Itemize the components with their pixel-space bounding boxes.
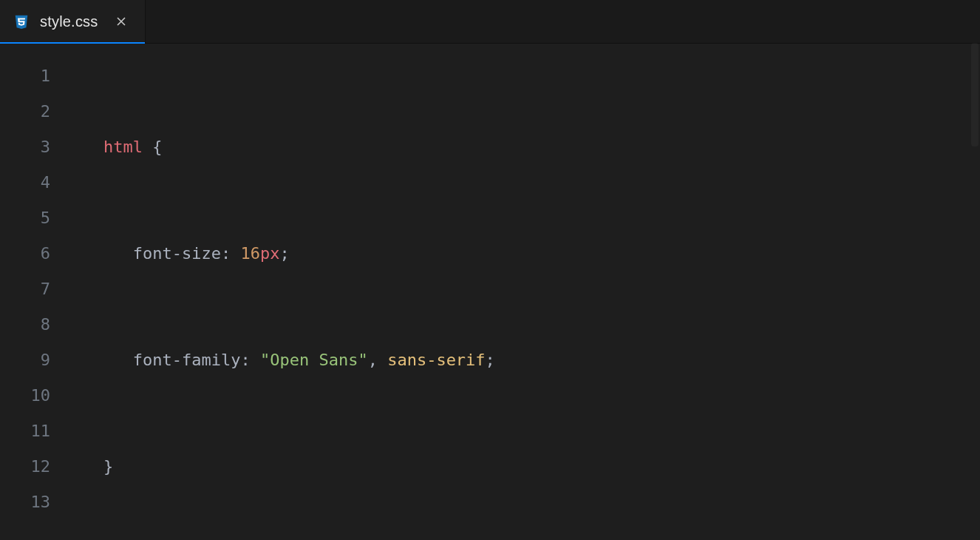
scrollbar-thumb[interactable] [971,43,979,146]
line-number: 5 [0,200,71,236]
line-number: 9 [0,342,71,378]
close-icon[interactable] [114,14,129,29]
code-editor[interactable]: 1 2 3 4 5 6 7 8 9 10 11 12 13 html { fon… [0,44,980,540]
line-number: 11 [0,414,71,449]
line-number: 2 [0,94,71,129]
line-number: 4 [0,165,71,200]
line-number: 3 [0,129,71,165]
line-number: 8 [0,307,71,342]
code-line: font-family: "Open Sans", sans-serif; [71,342,980,378]
line-number: 6 [0,236,71,271]
line-number: 7 [0,271,71,307]
line-number-gutter: 1 2 3 4 5 6 7 8 9 10 11 12 13 [0,44,71,540]
code-line: font-size: 16px; [71,236,980,271]
tab-style-css[interactable]: style.css [0,0,146,43]
tab-bar: style.css [0,0,980,44]
css-file-icon [13,13,30,30]
code-area[interactable]: html { font-size: 16px; font-family: "Op… [71,44,980,540]
line-number: 1 [0,58,71,94]
line-number: 13 [0,485,71,520]
vertical-scrollbar[interactable] [970,43,980,540]
code-line: html { [71,129,980,165]
line-number: 12 [0,449,71,485]
code-line: } [71,449,980,485]
tab-label: style.css [40,13,98,30]
line-number: 10 [0,378,71,414]
